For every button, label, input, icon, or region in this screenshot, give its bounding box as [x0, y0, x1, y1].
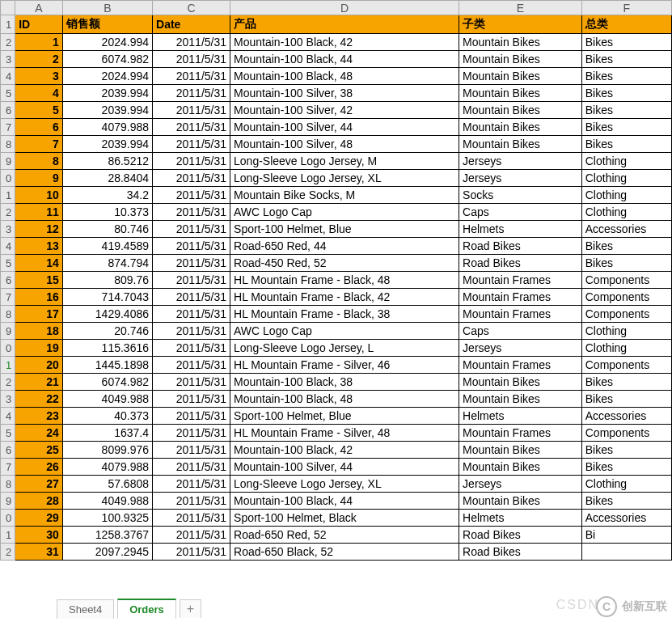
- cell-sales[interactable]: 34.2: [62, 187, 152, 204]
- cell-sales[interactable]: 115.3616: [62, 340, 152, 357]
- col-header-e[interactable]: E: [459, 1, 582, 15]
- row-number[interactable]: 6: [1, 272, 15, 289]
- cell-category[interactable]: Clothing: [581, 204, 671, 221]
- cell-product[interactable]: AWC Logo Cap: [230, 204, 459, 221]
- header-sales[interactable]: 销售额: [62, 15, 152, 34]
- cell-date[interactable]: 2011/5/31: [153, 510, 230, 527]
- row-number[interactable]: 0: [1, 510, 15, 527]
- cell-id[interactable]: 9: [15, 170, 63, 187]
- col-header-f[interactable]: F: [581, 1, 671, 15]
- cell-sales[interactable]: 2039.994: [62, 136, 152, 153]
- cell-category[interactable]: Bikes: [581, 119, 671, 136]
- cell-product[interactable]: Long-Sleeve Logo Jersey, XL: [230, 170, 459, 187]
- cell-date[interactable]: 2011/5/31: [153, 34, 230, 51]
- cell-subcategory[interactable]: Mountain Bikes: [459, 442, 582, 459]
- cell-subcategory[interactable]: Caps: [459, 323, 582, 340]
- cell-id[interactable]: 22: [15, 391, 63, 408]
- cell-category[interactable]: Components: [581, 357, 671, 374]
- row-number[interactable]: 1: [1, 15, 15, 34]
- cell-id[interactable]: 5: [15, 102, 63, 119]
- cell-category[interactable]: Bikes: [581, 34, 671, 51]
- cell-subcategory[interactable]: Jerseys: [459, 476, 582, 493]
- cell-id[interactable]: 30: [15, 527, 63, 544]
- cell-subcategory[interactable]: Jerseys: [459, 153, 582, 170]
- col-header-b[interactable]: B: [62, 1, 152, 15]
- cell-sales[interactable]: 1258.3767: [62, 527, 152, 544]
- cell-sales[interactable]: 4049.988: [62, 493, 152, 510]
- cell-subcategory[interactable]: Mountain Bikes: [459, 119, 582, 136]
- cell-product[interactable]: Long-Sleeve Logo Jersey, XL: [230, 476, 459, 493]
- cell-sales[interactable]: 40.373: [62, 408, 152, 425]
- row-number[interactable]: 9: [1, 323, 15, 340]
- cell-id[interactable]: 24: [15, 425, 63, 442]
- cell-date[interactable]: 2011/5/31: [153, 255, 230, 272]
- cell-product[interactable]: Long-Sleeve Logo Jersey, L: [230, 340, 459, 357]
- select-all-corner[interactable]: [1, 1, 15, 15]
- row-number[interactable]: 2: [1, 204, 15, 221]
- cell-subcategory[interactable]: Mountain Bikes: [459, 374, 582, 391]
- row-number[interactable]: 1: [1, 357, 15, 374]
- row-number[interactable]: 7: [1, 289, 15, 306]
- cell-product[interactable]: HL Mountain Frame - Silver, 46: [230, 357, 459, 374]
- col-header-a[interactable]: A: [15, 1, 63, 15]
- cell-date[interactable]: 2011/5/31: [153, 391, 230, 408]
- cell-id[interactable]: 4: [15, 85, 63, 102]
- cell-sales[interactable]: 1429.4086: [62, 306, 152, 323]
- cell-id[interactable]: 1: [15, 34, 63, 51]
- cell-product[interactable]: HL Mountain Frame - Black, 42: [230, 289, 459, 306]
- cell-product[interactable]: Mountain-100 Black, 42: [230, 34, 459, 51]
- cell-sales[interactable]: 1445.1898: [62, 357, 152, 374]
- cell-subcategory[interactable]: Mountain Bikes: [459, 136, 582, 153]
- cell-subcategory[interactable]: Mountain Bikes: [459, 102, 582, 119]
- cell-id[interactable]: 18: [15, 323, 63, 340]
- cell-date[interactable]: 2011/5/31: [153, 425, 230, 442]
- cell-subcategory[interactable]: Helmets: [459, 408, 582, 425]
- row-number[interactable]: 0: [1, 170, 15, 187]
- cell-category[interactable]: Bikes: [581, 255, 671, 272]
- cell-subcategory[interactable]: Mountain Frames: [459, 425, 582, 442]
- cell-date[interactable]: 2011/5/31: [153, 527, 230, 544]
- cell-id[interactable]: 19: [15, 340, 63, 357]
- cell-product[interactable]: Road-650 Red, 52: [230, 527, 459, 544]
- cell-sales[interactable]: 2024.994: [62, 68, 152, 85]
- cell-id[interactable]: 13: [15, 238, 63, 255]
- cell-product[interactable]: Mountain-100 Black, 48: [230, 68, 459, 85]
- cell-subcategory[interactable]: Caps: [459, 204, 582, 221]
- cell-sales[interactable]: 2039.994: [62, 85, 152, 102]
- cell-product[interactable]: HL Mountain Frame - Black, 38: [230, 306, 459, 323]
- cell-date[interactable]: 2011/5/31: [153, 374, 230, 391]
- cell-category[interactable]: Bikes: [581, 102, 671, 119]
- cell-sales[interactable]: 20.746: [62, 323, 152, 340]
- cell-product[interactable]: HL Mountain Frame - Black, 48: [230, 272, 459, 289]
- cell-id[interactable]: 14: [15, 255, 63, 272]
- cell-date[interactable]: 2011/5/31: [153, 272, 230, 289]
- row-number[interactable]: 9: [1, 493, 15, 510]
- cell-date[interactable]: 2011/5/31: [153, 442, 230, 459]
- cell-sales[interactable]: 4079.988: [62, 459, 152, 476]
- tab-add[interactable]: +: [180, 599, 201, 618]
- row-number[interactable]: 5: [1, 425, 15, 442]
- cell-category[interactable]: Bikes: [581, 85, 671, 102]
- cell-category[interactable]: Bikes: [581, 68, 671, 85]
- cell-date[interactable]: 2011/5/31: [153, 170, 230, 187]
- cell-subcategory[interactable]: Road Bikes: [459, 238, 582, 255]
- cell-id[interactable]: 2: [15, 51, 63, 68]
- header-id[interactable]: ID: [15, 15, 63, 34]
- cell-id[interactable]: 29: [15, 510, 63, 527]
- cell-date[interactable]: 2011/5/31: [153, 187, 230, 204]
- cell-subcategory[interactable]: Mountain Frames: [459, 272, 582, 289]
- cell-sales[interactable]: 2039.994: [62, 102, 152, 119]
- cell-sales[interactable]: 4049.988: [62, 391, 152, 408]
- tab-orders[interactable]: Orders: [117, 599, 176, 619]
- cell-category[interactable]: Clothing: [581, 153, 671, 170]
- cell-sales[interactable]: 6074.982: [62, 51, 152, 68]
- row-number[interactable]: 3: [1, 51, 15, 68]
- cell-subcategory[interactable]: Mountain Bikes: [459, 459, 582, 476]
- cell-product[interactable]: AWC Logo Cap: [230, 323, 459, 340]
- cell-date[interactable]: 2011/5/31: [153, 544, 230, 561]
- cell-sales[interactable]: 4079.988: [62, 119, 152, 136]
- cell-id[interactable]: 17: [15, 306, 63, 323]
- row-number[interactable]: 5: [1, 85, 15, 102]
- col-header-d[interactable]: D: [230, 1, 459, 15]
- cell-date[interactable]: 2011/5/31: [153, 357, 230, 374]
